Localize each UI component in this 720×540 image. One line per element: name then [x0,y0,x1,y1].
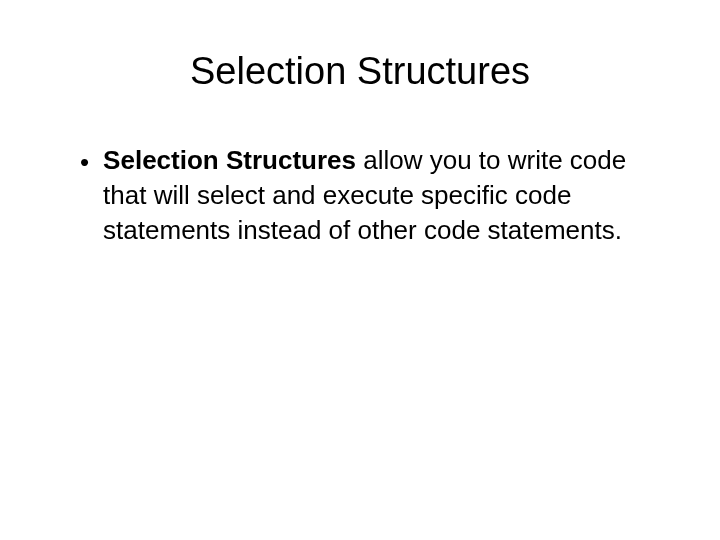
bullet-bold-text: Selection Structures [103,145,356,175]
slide-content: • Selection Structures allow you to writ… [60,143,660,248]
bullet-marker: • [80,145,89,180]
slide-title: Selection Structures [60,50,660,93]
bullet-item: • Selection Structures allow you to writ… [80,143,660,248]
bullet-text: Selection Structures allow you to write … [103,143,660,248]
slide-container: Selection Structures • Selection Structu… [0,0,720,540]
